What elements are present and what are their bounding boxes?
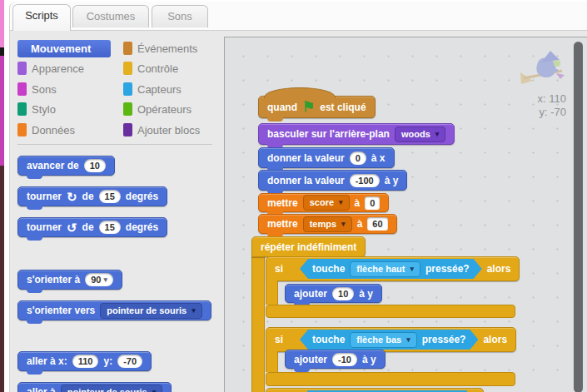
category-item-apparence[interactable]: Apparence bbox=[17, 61, 117, 77]
script-block-basculer-arriere-plan[interactable]: basculer sur l'arrière-plan woods▾ bbox=[258, 123, 455, 145]
predicate-touche-pressee[interactable]: touche flèche bas▾ pressée? bbox=[300, 330, 478, 350]
script-block-ajouter-moins10-y[interactable]: ajouter -10 à y bbox=[285, 350, 386, 369]
palette-block-orienter-a[interactable]: s'orienter à 90▾ bbox=[17, 270, 122, 290]
block-text: donner la valeur bbox=[267, 152, 345, 164]
palette-block-aller-xy[interactable]: aller à x: 110 y: -70 bbox=[17, 351, 152, 371]
value-input[interactable]: -70 bbox=[117, 355, 142, 368]
palette-block-avancer[interactable]: avancer de 10 bbox=[17, 156, 115, 176]
variable-dropdown[interactable]: score▾ bbox=[303, 195, 350, 211]
category-label: Opérateurs bbox=[137, 102, 192, 117]
predicate-touche-pressee[interactable]: touche flèche haut▾ pressée? bbox=[300, 259, 482, 279]
chevron-down-icon: ▾ bbox=[435, 129, 440, 140]
block-text: à y bbox=[385, 175, 399, 186]
value-input[interactable]: 10 bbox=[84, 159, 106, 172]
block-text: s'orienter vers bbox=[27, 305, 95, 316]
block-text: touche bbox=[312, 263, 345, 275]
value-input[interactable]: 15 bbox=[99, 221, 121, 234]
value-input[interactable]: -10 bbox=[332, 353, 357, 366]
script-block-si-fleche-bas[interactable]: si touche flèche bas▾ pressée? alors bbox=[266, 327, 516, 352]
value-input[interactable]: 10 bbox=[332, 287, 354, 300]
if-block-arm[interactable] bbox=[266, 351, 278, 372]
dropdown-value: temps bbox=[310, 219, 336, 230]
block-text: s'orienter à bbox=[27, 274, 80, 285]
block-text: pressée? bbox=[422, 334, 466, 345]
chevron-down-icon: ▾ bbox=[152, 387, 157, 392]
value-input[interactable]: 60 bbox=[367, 217, 387, 231]
block-text: mettre bbox=[267, 218, 298, 230]
green-flag-icon: ⚑ bbox=[302, 100, 315, 114]
category-label: Ajouter blocs bbox=[137, 122, 200, 138]
block-text: de bbox=[82, 191, 94, 202]
script-block-si-fleche-haut[interactable]: si touche flèche haut▾ pressée? alors bbox=[266, 256, 520, 281]
block-text: répéter indéfiniment bbox=[261, 241, 356, 253]
category-swatch bbox=[123, 62, 132, 75]
script-block-donner-valeur-y[interactable]: donner la valeur -100 à y bbox=[258, 170, 407, 191]
category-swatch bbox=[123, 102, 132, 116]
variable-dropdown[interactable]: temps▾ bbox=[303, 216, 352, 232]
target-dropdown[interactable]: pointeur de souris▾ bbox=[61, 385, 163, 392]
direction-dropdown[interactable]: 90▾ bbox=[85, 273, 113, 286]
script-block-donner-valeur-x[interactable]: donner la valeur 0 à x bbox=[258, 147, 395, 168]
tab-sons[interactable]: Sons bbox=[152, 5, 208, 27]
category-label: Contrôle bbox=[137, 61, 178, 77]
category-item-stylo[interactable]: Stylo bbox=[17, 102, 117, 117]
repeat-block-arm[interactable] bbox=[251, 256, 265, 392]
category-item-controle[interactable]: Contrôle bbox=[123, 61, 223, 77]
if-block-foot[interactable] bbox=[266, 372, 515, 386]
palette-block-orienter-vers[interactable]: s'orienter vers pointeur de souris▾ bbox=[17, 300, 211, 320]
value-input[interactable]: 110 bbox=[72, 355, 99, 368]
backdrop-dropdown[interactable]: woods▾ bbox=[395, 127, 445, 142]
if-block-foot[interactable] bbox=[266, 305, 515, 318]
script-block-mettre-score[interactable]: mettre score▾ à 0 bbox=[258, 193, 389, 212]
if-block-arm[interactable] bbox=[266, 280, 278, 305]
palette-block-aller-vers[interactable]: aller à pointeur de souris▾ bbox=[17, 382, 172, 392]
palette-block-tourner-gauche[interactable]: tourner ↺ de 15 degrés bbox=[17, 217, 167, 237]
block-text: degrés bbox=[126, 191, 158, 202]
block-text: ajouter bbox=[294, 354, 327, 365]
block-nub bbox=[27, 174, 42, 179]
dropdown-value: flèche haut bbox=[356, 264, 405, 275]
block-text: à bbox=[357, 218, 363, 230]
stage-sliver-maroon bbox=[0, 166, 4, 392]
dropdown-value: flèche bas bbox=[356, 335, 401, 345]
category-item-mouvement[interactable]: Mouvement bbox=[17, 40, 111, 57]
block-text: degrés bbox=[126, 221, 158, 233]
key-dropdown[interactable]: flèche bas▾ bbox=[350, 332, 416, 348]
tab-costumes[interactable]: Costumes bbox=[72, 5, 149, 27]
script-block-quand-drapeau-clique[interactable]: quand ⚑ est cliqué bbox=[258, 96, 376, 118]
block-text: alors bbox=[483, 334, 507, 345]
key-dropdown[interactable]: flèche haut▾ bbox=[350, 261, 420, 277]
palette-block-tourner-droite[interactable]: tourner ↻ de 15 degrés bbox=[17, 186, 167, 206]
rotate-clockwise-icon: ↻ bbox=[67, 191, 77, 203]
scripts-scrollbar[interactable] bbox=[574, 42, 583, 392]
value-input[interactable]: 15 bbox=[99, 190, 121, 203]
block-text: basculer sur l'arrière-plan bbox=[267, 128, 390, 140]
target-dropdown[interactable]: pointeur de souris▾ bbox=[100, 303, 202, 319]
chevron-down-icon: ▾ bbox=[410, 264, 414, 275]
value-input[interactable]: 0 bbox=[350, 151, 366, 165]
block-text: alors bbox=[487, 263, 511, 275]
category-item-evenements[interactable]: Événements bbox=[123, 41, 223, 57]
category-swatch bbox=[17, 62, 27, 75]
scripts-canvas[interactable]: x: 110 y: -70 quand ⚑ est cliqué bascule… bbox=[224, 37, 587, 392]
block-text: mettre bbox=[267, 197, 298, 209]
script-block-ajouter-10-y[interactable]: ajouter 10 à y bbox=[285, 284, 382, 303]
value-input[interactable]: -100 bbox=[350, 174, 380, 187]
value-input[interactable]: 0 bbox=[365, 196, 380, 210]
chevron-down-icon: ▾ bbox=[339, 197, 343, 208]
script-block-repeter-indefiniment[interactable]: répéter indéfiniment bbox=[251, 236, 366, 257]
chevron-down-icon: ▾ bbox=[406, 335, 410, 345]
block-text: y: bbox=[103, 355, 112, 367]
category-item-ajouter-blocs[interactable]: Ajouter blocs bbox=[123, 122, 223, 138]
script-block-si-partiel[interactable]: si bbox=[266, 388, 484, 392]
block-nub bbox=[27, 205, 42, 210]
category-swatch bbox=[123, 123, 132, 136]
category-item-donnees[interactable]: Données bbox=[17, 122, 117, 138]
block-text: à x bbox=[371, 152, 386, 164]
category-item-sons[interactable]: Sons bbox=[17, 82, 117, 97]
script-block-mettre-temps[interactable]: mettre temps▾ à 60 bbox=[258, 214, 397, 234]
category-item-capteurs[interactable]: Capteurs bbox=[123, 82, 223, 97]
category-item-operateurs[interactable]: Opérateurs bbox=[123, 102, 223, 117]
chevron-down-icon: ▾ bbox=[103, 275, 107, 285]
tab-scripts[interactable]: Scripts bbox=[12, 4, 71, 31]
